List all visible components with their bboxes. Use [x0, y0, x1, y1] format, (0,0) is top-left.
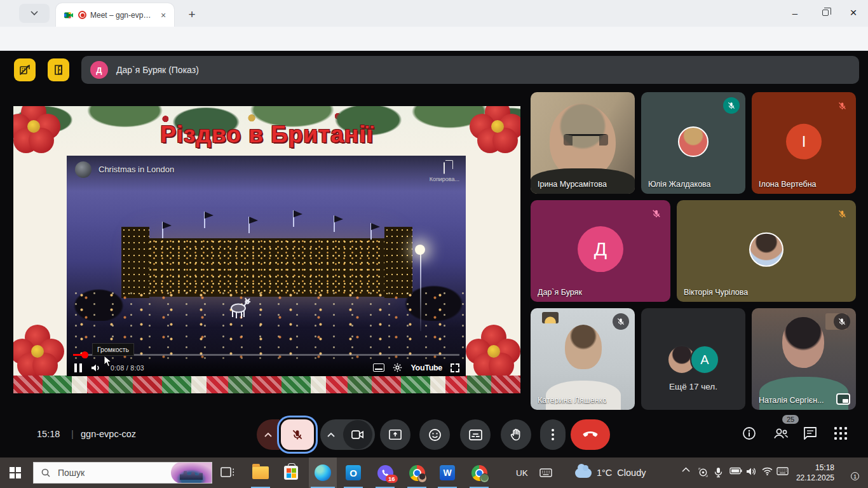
camera-in-use-icon	[698, 467, 709, 478]
copy-link-button[interactable]: Копирова...	[430, 163, 459, 182]
info-icon	[742, 426, 756, 440]
tray-expand-button[interactable]	[682, 467, 690, 472]
chat-panel-button[interactable]	[803, 426, 817, 440]
weather-temp: 1°C	[597, 468, 612, 478]
windows-taskbar: Пошук O 16 W UK 1°C Cloudy	[0, 458, 868, 488]
subtitles-button[interactable]	[373, 363, 384, 372]
tray-touch-keyboard[interactable]	[776, 467, 789, 475]
taskbar-clock[interactable]: 15:18 22.12.2025	[790, 463, 834, 483]
mic-options-button[interactable]	[257, 419, 280, 450]
meeting-time: 15:18	[37, 429, 60, 439]
word-icon: W	[440, 465, 455, 480]
taskbar-app-outlook[interactable]: O	[339, 458, 367, 488]
taskbar-app-explorer[interactable]	[247, 458, 275, 488]
participant-tile[interactable]: Катерина Ляшенко	[531, 308, 635, 410]
flag-decoration	[248, 217, 250, 233]
progress-knob[interactable]	[81, 351, 88, 358]
participant-tile[interactable]: І Ілона Вертебна	[752, 92, 856, 194]
presentation-stage[interactable]: Різдво в Британії	[13, 106, 520, 393]
taskbar-app-chrome-profile2[interactable]	[465, 458, 493, 488]
meeting-details-button[interactable]	[742, 426, 756, 440]
participant-tile[interactable]: Юлія Жалдакова	[641, 92, 745, 194]
player-settings-button[interactable]	[393, 363, 402, 372]
video-top-overlay: Christmas in London Копирова...	[67, 156, 466, 191]
microphone-icon	[714, 467, 722, 478]
mic-toggle-button[interactable]	[281, 419, 314, 450]
tray-battery[interactable]	[729, 467, 742, 475]
extension-grid-off-button[interactable]	[14, 58, 36, 81]
channel-avatar[interactable]	[75, 161, 92, 178]
captions-button[interactable]	[460, 419, 491, 450]
present-button[interactable]	[380, 419, 410, 450]
restore-icon	[822, 10, 829, 16]
tab-search-button[interactable]	[19, 4, 50, 23]
end-call-button[interactable]	[571, 419, 610, 450]
participant-tile[interactable]: Наталія Сергієн...	[752, 308, 856, 410]
mic-muted-icon	[834, 97, 850, 114]
taskbar-app-word[interactable]: W	[433, 458, 461, 488]
captions-icon	[469, 430, 482, 440]
camera-options-button[interactable]	[320, 433, 342, 437]
start-button[interactable]	[0, 458, 31, 488]
new-tab-button[interactable]: +	[183, 6, 201, 24]
meet-favicon-icon	[64, 10, 74, 20]
activities-button[interactable]	[834, 426, 848, 440]
cloud-icon	[575, 468, 592, 478]
raise-hand-button[interactable]	[501, 419, 531, 450]
task-view-button[interactable]	[220, 465, 236, 480]
edge-icon	[315, 464, 331, 481]
screen: Meet – ggn-evpc-coz × + – × ← https://me…	[0, 0, 868, 488]
chevron-down-icon	[31, 11, 38, 16]
taskbar-app-store[interactable]	[277, 458, 305, 488]
browser-toolbar: ← https://meet.google.com/ggn-evpc-coz A…	[0, 27, 868, 51]
camera-toggle-button[interactable]	[343, 420, 372, 449]
people-panel-button[interactable]	[773, 426, 789, 440]
language-indicator[interactable]: UK	[516, 458, 552, 488]
participant-tile[interactable]: Ірина Мурсамітова	[531, 92, 635, 194]
extension-exit-button[interactable]	[48, 58, 69, 81]
slashed-grid-icon	[18, 64, 31, 76]
taskbar-app-chrome-profile1[interactable]	[403, 458, 431, 488]
tray-network[interactable]	[762, 467, 773, 475]
chevron-up-icon	[327, 433, 335, 437]
tray-camera-indicator[interactable]	[698, 467, 709, 478]
volume-tooltip: Громкость	[92, 343, 134, 356]
more-participants-tile[interactable]: A Ещё 17 чел.	[641, 308, 745, 410]
participant-name: Катерина Ляшенко	[538, 396, 607, 405]
reactions-button[interactable]	[419, 419, 450, 450]
meeting-code: ggn-evpc-coz	[81, 429, 136, 439]
participant-tile[interactable]: Вікторія Чурілова	[677, 200, 856, 302]
window-close-button[interactable]: ×	[839, 0, 868, 25]
webcam-person-body	[759, 377, 848, 410]
window-restore-button[interactable]	[811, 0, 840, 25]
gifts-strip-decoration	[13, 376, 520, 393]
youtube-logo[interactable]: YouTube	[410, 363, 442, 372]
picture-in-picture-icon[interactable]	[836, 393, 850, 405]
presenter-avatar: Д	[90, 61, 108, 79]
tray-microphone[interactable]	[714, 467, 722, 478]
taskbar-app-viber[interactable]: 16	[371, 458, 399, 488]
divider: |	[71, 428, 74, 439]
fullscreen-button[interactable]	[451, 363, 459, 372]
background-lamp	[542, 312, 559, 323]
participant-tile[interactable]: Д Дар`я Буряк	[531, 200, 670, 302]
taskbar-search[interactable]: Пошук	[33, 462, 212, 484]
notification-center-button[interactable]: 1	[843, 466, 857, 477]
presenter-chip[interactable]: Д Дар`я Буряк (Показ)	[81, 56, 859, 84]
more-options-button[interactable]	[540, 419, 566, 450]
weather-widget[interactable]: 1°C Cloudy	[575, 458, 646, 488]
tab-close-button[interactable]: ×	[158, 10, 169, 21]
volume-button[interactable]	[91, 363, 102, 372]
search-highlight-image[interactable]	[171, 462, 212, 484]
glasses	[564, 134, 608, 146]
youtube-player[interactable]: Christmas in London Копирова... 0:08	[67, 156, 466, 376]
participant-letter-avatar: A	[690, 345, 719, 374]
taskbar-app-edge[interactable]	[309, 458, 337, 488]
tray-volume[interactable]	[746, 467, 757, 476]
pause-button[interactable]	[74, 363, 82, 372]
mic-muted-icon	[613, 313, 629, 330]
video-title[interactable]: Christmas in London	[98, 165, 430, 174]
window-minimize-button[interactable]: –	[780, 0, 810, 25]
present-icon	[389, 429, 402, 440]
browser-tab[interactable]: Meet – ggn-evpc-coz ×	[56, 3, 174, 27]
